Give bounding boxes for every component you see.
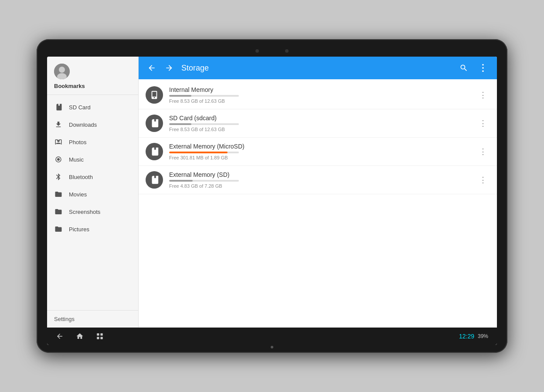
internal-memory-info: Internal Memory Free 8.53 GB of 12.63 GB [169,86,470,104]
sidebar-label-screenshots: Screenshots [69,209,100,215]
sdcard-info: SD Card (sdcard) Free 8.53 GB of 12.63 G… [169,115,470,132]
screenshots-icon [54,207,63,216]
main-content: Storage Int [139,57,497,328]
forward-button[interactable] [162,61,176,75]
sdcard-more-button[interactable]: ⋮ [476,116,490,130]
internal-memory-progress-fill [169,95,191,97]
tablet-device: Bookmarks SD Card Do [37,39,507,353]
storage-item-microsd[interactable]: External Memory (MicroSD) Free 301.81 MB… [139,138,497,166]
internal-memory-more-button[interactable]: ⋮ [476,88,490,102]
movies-icon [54,190,63,199]
system-nav-buttons [56,332,104,340]
sidebar-label-downloads: Downloads [69,122,97,128]
pictures-icon [54,225,63,233]
sidebar-label-sd-card: SD Card [69,104,91,111]
sidebar-item-movies[interactable]: Movies [47,186,138,203]
svg-rect-9 [101,337,103,339]
internal-memory-name: Internal Memory [169,86,470,93]
sidebar-item-downloads[interactable]: Downloads [47,116,138,133]
sidebar-item-sd-card[interactable]: SD Card [47,98,138,116]
sdcard-icon [146,115,163,132]
microsd-progress-fill [169,152,228,153]
sidebar-nav: SD Card Downloads Photos [47,95,138,310]
sidebar-item-photos[interactable]: Photos [47,133,138,151]
sdcard-free: Free 8.53 GB of 12.63 GB [169,127,470,132]
sidebar: Bookmarks SD Card Do [47,57,139,328]
photos-icon [54,138,63,146]
app-container: Bookmarks SD Card Do [47,57,497,328]
sidebar-label-music: Music [69,156,84,163]
status-area: 12:29 39% [459,333,488,340]
storage-item-internal[interactable]: Internal Memory Free 8.53 GB of 12.63 GB… [139,81,497,109]
camera-dot-right [285,49,289,53]
overflow-menu-button[interactable] [475,60,491,76]
toolbar: Storage [139,57,497,79]
external-sd-icon [146,171,163,189]
external-sd-name: External Memory (SD) [169,171,470,178]
microsd-icon [146,143,163,160]
sidebar-label-bluetooth: Bluetooth [69,174,93,180]
recents-nav-button[interactable] [96,332,104,340]
camera-bar [47,47,497,55]
time-display: 12:29 [459,333,474,340]
external-sd-progress-bg [169,180,239,182]
microsd-name: External Memory (MicroSD) [169,143,470,150]
sidebar-item-pictures[interactable]: Pictures [47,220,138,238]
external-sd-info: External Memory (SD) Free 4.83 GB of 7.2… [169,171,470,189]
svg-point-4 [482,67,484,69]
external-sd-free: Free 4.83 GB of 7.28 GB [169,183,470,189]
microsd-info: External Memory (MicroSD) Free 301.81 MB… [169,143,470,160]
external-sd-progress-fill [169,180,193,182]
internal-memory-free: Free 8.53 GB of 12.63 GB [169,98,470,104]
svg-rect-7 [101,333,103,335]
svg-rect-8 [97,337,99,339]
bottom-mic-dot [271,346,273,348]
battery-display: 39% [478,333,488,339]
svg-rect-6 [97,333,99,335]
internal-memory-icon [146,86,163,104]
microsd-free: Free 301.81 MB of 1.89 GB [169,155,470,160]
sidebar-title: Bookmarks [54,83,85,89]
sidebar-label-photos: Photos [69,139,86,145]
tablet-screen: Bookmarks SD Card Do [47,57,497,345]
search-button[interactable] [456,60,472,76]
sidebar-label-movies: Movies [69,191,87,198]
music-icon [54,155,63,164]
sdcard-progress-bg [169,123,239,125]
settings-link[interactable]: Settings [54,316,131,322]
storage-list: Internal Memory Free 8.53 GB of 12.63 GB… [139,79,497,328]
avatar [54,64,70,79]
back-button[interactable] [145,61,159,75]
svg-point-5 [482,70,484,72]
sidebar-label-pictures: Pictures [69,226,89,233]
sidebar-footer: Settings [47,310,138,328]
external-sd-more-button[interactable]: ⋮ [476,173,490,187]
microsd-progress-bg [169,152,239,153]
storage-item-external-sd[interactable]: External Memory (SD) Free 4.83 GB of 7.2… [139,166,497,194]
sidebar-item-bluetooth[interactable]: Bluetooth [47,168,138,186]
toolbar-title: Storage [180,64,452,73]
sidebar-item-music[interactable]: Music [47,151,138,168]
internal-memory-progress-bg [169,95,239,97]
bluetooth-icon [54,172,63,181]
microsd-more-button[interactable]: ⋮ [476,145,490,159]
camera-dot-left [255,49,259,53]
bottom-nav-bar: 12:29 39% [47,328,497,345]
back-nav-button[interactable] [56,332,64,340]
sidebar-item-screenshots[interactable]: Screenshots [47,203,138,220]
sdcard-progress-fill [169,123,191,125]
storage-item-sdcard[interactable]: SD Card (sdcard) Free 8.53 GB of 12.63 G… [139,109,497,138]
svg-point-1 [59,67,65,73]
svg-point-3 [482,64,484,66]
downloads-icon [54,120,63,129]
home-nav-button[interactable] [76,332,84,340]
sd-card-icon [54,103,63,112]
sidebar-header: Bookmarks [47,57,138,95]
sdcard-name: SD Card (sdcard) [169,115,470,122]
